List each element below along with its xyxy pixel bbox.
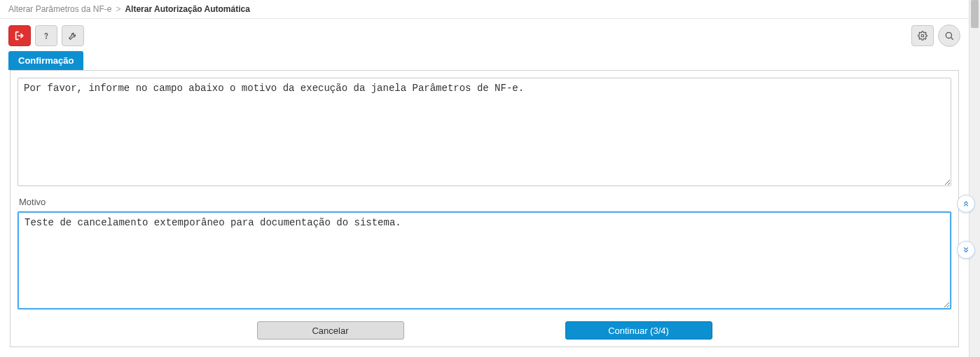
scroll-down-floater[interactable] (957, 241, 975, 259)
tab-strip: Confirmação (0, 51, 969, 70)
motivo-textarea[interactable]: Teste de cancelamento extemporâneo para … (18, 211, 951, 309)
scrollbar-thumb[interactable] (971, 0, 979, 28)
scroll-up-floater[interactable] (957, 195, 975, 213)
breadcrumb-separator: > (116, 4, 120, 14)
svg-point-1 (46, 38, 47, 38)
breadcrumb-parent[interactable]: Alterar Parâmetros da NF-e (8, 4, 111, 14)
instructions-textarea[interactable]: Por favor, informe no campo abaixo o mot… (18, 78, 951, 186)
vertical-scrollbar[interactable]: ▴ (969, 0, 980, 357)
search-button[interactable] (938, 24, 960, 47)
wrench-icon (68, 31, 78, 41)
settings-button[interactable] (911, 25, 934, 46)
help-icon (41, 31, 51, 41)
svg-line-4 (951, 38, 953, 40)
gear-icon (918, 31, 927, 41)
chevron-double-down-icon (962, 246, 970, 254)
breadcrumb-current: Alterar Autorização Automática (125, 4, 249, 14)
action-button-row: Cancelar Continuar (3/4) (18, 321, 951, 340)
help-button[interactable] (35, 25, 57, 46)
cancel-button[interactable]: Cancelar (257, 321, 404, 340)
exit-button[interactable] (8, 25, 31, 46)
chevron-double-up-icon (962, 200, 970, 208)
exit-icon (14, 30, 25, 41)
search-icon (944, 31, 954, 41)
breadcrumb: Alterar Parâmetros da NF-e > Alterar Aut… (0, 0, 969, 19)
continue-button[interactable]: Continuar (3/4) (565, 321, 712, 340)
tab-confirmacao[interactable]: Confirmação (8, 51, 83, 70)
toolbar (0, 19, 969, 51)
tools-button[interactable] (62, 25, 84, 46)
motivo-label: Motivo (19, 197, 950, 207)
confirmation-panel: Por favor, informe no campo abaixo o mot… (10, 70, 959, 347)
svg-point-2 (921, 34, 924, 37)
